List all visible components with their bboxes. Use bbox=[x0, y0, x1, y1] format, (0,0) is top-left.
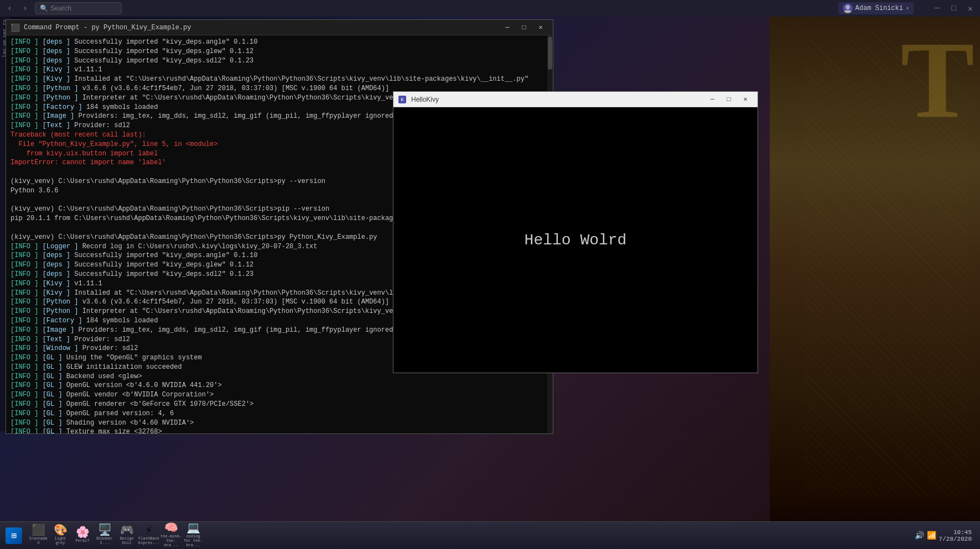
cmd-window-title: Command Prompt - py Python_Kivy_Example.… bbox=[24, 24, 495, 32]
clock-date: 7/28/2020 bbox=[939, 536, 972, 542]
taskbar-clock: 10:45 7/28/2020 bbox=[939, 529, 972, 542]
taskbar-item-icon-4: 🎮 bbox=[120, 525, 134, 536]
avatar bbox=[843, 3, 853, 13]
cmd-line-1: [INFO ] [deps ] Successfully imported "k… bbox=[11, 38, 548, 47]
cmd-close-button[interactable]: ✕ bbox=[533, 22, 548, 34]
forward-button[interactable]: › bbox=[18, 2, 32, 15]
windows-logo[interactable]: ⊞ bbox=[6, 527, 22, 544]
search-box[interactable]: 🔍 bbox=[35, 2, 122, 14]
topbar-maximize[interactable]: □ bbox=[947, 2, 961, 15]
taskbar-item-icon-3: 🖥️ bbox=[98, 525, 112, 536]
taskbar-item-label-3: Bloneer I... bbox=[94, 537, 115, 545]
cmd-line-gl9: [INFO ] [GL ] Texture max size <32768> bbox=[11, 427, 548, 433]
cmd-line-3: [INFO ] [deps ] Successfully imported "k… bbox=[11, 56, 548, 66]
topbar-close[interactable]: ✕ bbox=[963, 2, 977, 15]
taskbar-item-icon-1: 🎨 bbox=[54, 525, 68, 536]
right-decoration: T bbox=[770, 0, 980, 549]
taskbar-item-6[interactable]: 💻 coding for the-bra... bbox=[183, 525, 204, 546]
cmd-window-controls: ─ □ ✕ bbox=[500, 22, 548, 34]
cmd-line-gl5: [INFO ] [GL ] OpenGL vendor <b'NVIDIA Co… bbox=[11, 390, 548, 400]
taskbar-item-2[interactable]: 🌸 Feral? bbox=[72, 525, 93, 546]
cmd-line-gl7: [INFO ] [GL ] OpenGL parsed version: 4, … bbox=[11, 409, 548, 419]
top-navigation-bar: ‹ › 🔍 Adam Sinicki ▾ ─ □ ✕ bbox=[0, 0, 980, 17]
kivy-window-title: HelloKivy bbox=[411, 96, 700, 103]
tray-icon-1: 🔊 bbox=[915, 531, 924, 540]
taskbar-item-icon-flashback: ⚡ bbox=[146, 525, 152, 536]
kivy-window-icon: K bbox=[398, 95, 407, 104]
user-profile-badge[interactable]: Adam Sinicki ▾ bbox=[838, 2, 914, 14]
taskbar-item-label-4: Design Doll bbox=[116, 537, 137, 545]
search-icon: 🔍 bbox=[40, 4, 48, 13]
taskbar-item-icon-5: 🧠 bbox=[164, 523, 178, 534]
cmd-line-gl4: [INFO ] [GL ] OpenGL version <b'4.6.0 NV… bbox=[11, 381, 548, 390]
cmd-titlebar: ⬛ Command Prompt - py Python_Kivy_Exampl… bbox=[6, 20, 553, 35]
cmd-line-2: [INFO ] [deps ] Successfully imported "k… bbox=[11, 47, 548, 56]
kivy-minimize-button[interactable]: ─ bbox=[704, 93, 720, 106]
start-button[interactable]: ⊞ bbox=[3, 525, 25, 547]
kivy-maximize-button[interactable]: □ bbox=[721, 93, 737, 106]
topbar-minimize[interactable]: ─ bbox=[930, 2, 944, 15]
svg-text:K: K bbox=[401, 97, 404, 103]
cmd-window-icon: ⬛ bbox=[11, 23, 19, 32]
clock-time: 10:45 bbox=[939, 529, 972, 536]
taskbar-item-label-0: Ironnade 3 bbox=[28, 537, 49, 545]
dropdown-icon: ▾ bbox=[906, 5, 909, 12]
svg-point-1 bbox=[844, 10, 852, 13]
taskbar: ⊞ ⬛ Ironnade 3 🎨 light grey 🌸 Feral? 🖥️ … bbox=[0, 521, 980, 549]
cmd-line-gl3: [INFO ] [GL ] Backend used <glew> bbox=[11, 372, 548, 381]
taskbar-item-4[interactable]: 🎮 Design Doll bbox=[116, 525, 137, 546]
back-button[interactable]: ‹ bbox=[3, 2, 17, 15]
taskbar-item-label-flashback: FlashBack Expres... bbox=[138, 537, 159, 545]
search-input[interactable] bbox=[50, 4, 117, 12]
taskbar-item-icon-6: 💻 bbox=[186, 523, 200, 534]
cmd-line-gl6: [INFO ] [GL ] OpenGL renderer <b'GeForce… bbox=[11, 400, 548, 409]
taskbar-item-1[interactable]: 🎨 light grey bbox=[50, 525, 71, 546]
kivy-close-button[interactable]: ✕ bbox=[738, 93, 753, 106]
svg-point-0 bbox=[846, 5, 850, 9]
kivy-titlebar: K HelloKivy ─ □ ✕ bbox=[393, 92, 758, 107]
taskbar-item-label-2: Feral? bbox=[75, 539, 89, 543]
t-letter-decoration: T bbox=[901, 17, 974, 143]
taskbar-item-icon-2: 🌸 bbox=[76, 527, 90, 538]
kivy-window-controls: ─ □ ✕ bbox=[704, 93, 753, 106]
cmd-minimize-button[interactable]: ─ bbox=[500, 22, 515, 34]
cmd-line-4: [INFO ] [Kivy ] v1.11.1 bbox=[11, 65, 548, 75]
user-name: Adam Sinicki bbox=[855, 4, 903, 12]
kivy-app-content: Hello Wolrd bbox=[393, 107, 758, 373]
taskbar-item-label-5: the-mind-the-bra... bbox=[160, 535, 182, 547]
taskbar-items: ⬛ Ironnade 3 🎨 light grey 🌸 Feral? 🖥️ Bl… bbox=[28, 525, 915, 546]
tray-icon-2: 📶 bbox=[927, 531, 936, 540]
taskbar-item-icon-0: ⬛ bbox=[32, 525, 45, 536]
taskbar-item-label-6: coding for the-bra... bbox=[183, 535, 204, 547]
taskbar-item-label-1: light grey bbox=[50, 537, 71, 545]
scrollbar-thumb[interactable] bbox=[548, 36, 552, 70]
taskbar-item-5[interactable]: 🧠 the-mind-the-bra... bbox=[160, 525, 182, 546]
nav-buttons: ‹ › bbox=[3, 2, 32, 15]
taskbar-item-3[interactable]: 🖥️ Bloneer I... bbox=[94, 525, 115, 546]
taskbar-item-0[interactable]: ⬛ Ironnade 3 bbox=[28, 525, 49, 546]
cmd-line-gl8: [INFO ] [GL ] Shading version <b'4.60 NV… bbox=[11, 419, 548, 428]
cmd-maximize-button[interactable]: □ bbox=[516, 22, 532, 34]
cmd-line-5: [INFO ] [Kivy ] Installed at "C:\Users\r… bbox=[11, 75, 548, 84]
hellokivy-window: K HelloKivy ─ □ ✕ Hello Wolrd bbox=[393, 91, 758, 373]
taskbar-item-flashback[interactable]: ⚡ FlashBack Expres... bbox=[138, 525, 159, 546]
taskbar-tray: 🔊 📶 10:45 7/28/2020 bbox=[915, 529, 972, 542]
hello-world-text: Hello Wolrd bbox=[525, 232, 627, 249]
